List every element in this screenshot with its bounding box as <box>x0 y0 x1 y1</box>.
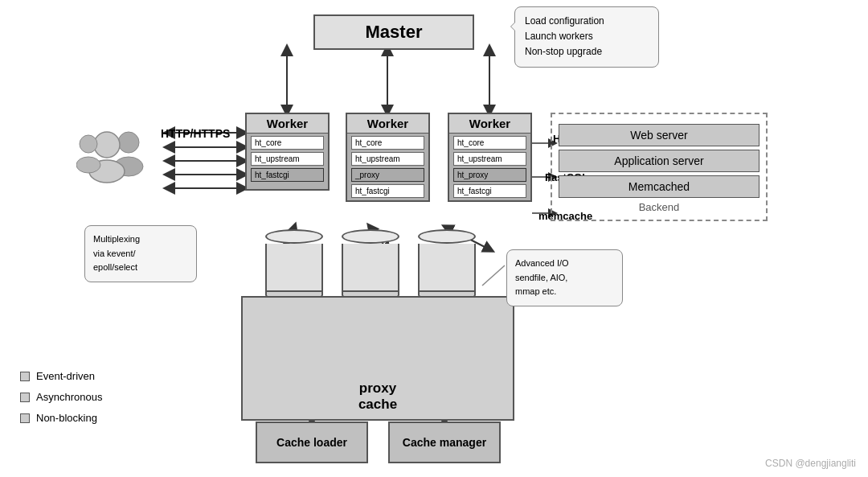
worker1-mod1: ht_core <box>251 136 324 150</box>
application-server-box: Application server <box>559 150 760 172</box>
diagram-container: Master Load configuration Launch workers… <box>0 0 868 477</box>
worker-box-2: Worker ht_core ht_upstream _proxy ht_fas… <box>346 113 430 202</box>
cylinder-1 <box>265 229 323 300</box>
master-bubble-line2: Launch workers <box>525 29 649 44</box>
worker3-mod1: ht_core <box>453 136 526 150</box>
svg-line-16 <box>482 265 505 286</box>
worker1-mod3: ht_fastcgi <box>251 168 324 182</box>
users-icon <box>76 125 149 199</box>
svg-point-22 <box>76 157 100 173</box>
worker3-title: Worker <box>449 114 530 134</box>
adv-line1: Advanced I/O <box>515 257 614 271</box>
adv-line3: mmap etc. <box>515 285 614 299</box>
worker2-mod3: _proxy <box>351 168 424 182</box>
cache-manager-label: Cache manager <box>403 436 486 449</box>
svg-point-21 <box>80 135 97 153</box>
master-bubble-line1: Load configuration <box>525 14 649 29</box>
cyl3-top <box>418 229 476 244</box>
master-box: Master <box>313 14 474 50</box>
svg-point-19 <box>94 132 120 158</box>
worker3-mod3: ht_proxy <box>453 168 526 182</box>
worker1-mod2: ht_upstream <box>251 152 324 166</box>
cache-loader-box: Cache loader <box>256 421 368 463</box>
worker3-mod4: ht_fastcgi <box>453 184 526 198</box>
worker2-mod4: ht_fastcgi <box>351 184 424 198</box>
multiplex-line1: Multiplexing <box>93 232 188 247</box>
cylinder-2 <box>342 229 399 300</box>
backend-container: Web server Application server Memcached … <box>551 113 768 221</box>
cyl1-top <box>265 229 323 244</box>
legend-item-2: Asynchronous <box>20 387 102 408</box>
csdn-watermark: CSDN @dengjiangliti <box>765 458 856 469</box>
legend-box-2 <box>20 393 30 402</box>
master-label: Master <box>366 22 423 43</box>
legend-item-3: Non-blocking <box>20 408 102 429</box>
master-bubble-line3: Non-stop upgrade <box>525 44 649 60</box>
cyl2-top <box>342 229 399 244</box>
worker2-title: Worker <box>347 114 428 134</box>
legend-label-2: Asynchronous <box>36 387 102 408</box>
legend-box-3 <box>20 413 30 423</box>
worker1-title: Worker <box>247 114 328 134</box>
worker-box-3: Worker ht_core ht_upstream ht_proxy ht_f… <box>448 113 532 202</box>
proxy-cache-box: proxycache <box>241 296 514 421</box>
worker2-mod2: ht_upstream <box>351 152 424 166</box>
master-bubble: Load configuration Launch workers Non-st… <box>514 6 659 68</box>
multiplex-line2: via kevent/ <box>93 247 188 261</box>
proxy-cache-label: proxycache <box>358 380 397 413</box>
cylinder-3 <box>418 229 476 300</box>
svg-point-17 <box>118 132 139 153</box>
worker3-mod2: ht_upstream <box>453 152 526 166</box>
cyl1-body <box>265 244 323 292</box>
cache-manager-box: Cache manager <box>388 421 501 463</box>
cyl2-body <box>342 244 399 292</box>
http-https-label: HTTP/HTTPS <box>161 127 230 140</box>
backend-label: Backend <box>559 201 760 213</box>
legend-item-1: Event-driven <box>20 366 102 387</box>
legend: Event-driven Asynchronous Non-blocking <box>20 366 102 429</box>
worker2-mod1: ht_core <box>351 136 424 150</box>
web-server-box: Web server <box>559 124 760 146</box>
legend-box-1 <box>20 372 30 381</box>
cache-loader-label: Cache loader <box>276 436 347 449</box>
advanced-io-bubble: Advanced I/O sendfile, AIO, mmap etc. <box>506 249 623 306</box>
adv-line2: sendfile, AIO, <box>515 271 614 286</box>
worker-box-1: Worker ht_core ht_upstream ht_fastcgi <box>245 113 330 191</box>
multiplex-line3: epoll/select <box>93 261 188 275</box>
legend-label-1: Event-driven <box>36 366 95 387</box>
multiplex-bubble: Multiplexing via kevent/ epoll/select <box>84 225 197 282</box>
legend-label-3: Non-blocking <box>36 408 97 429</box>
memcached-box: Memcached <box>559 175 760 198</box>
cyl3-body <box>418 244 476 292</box>
